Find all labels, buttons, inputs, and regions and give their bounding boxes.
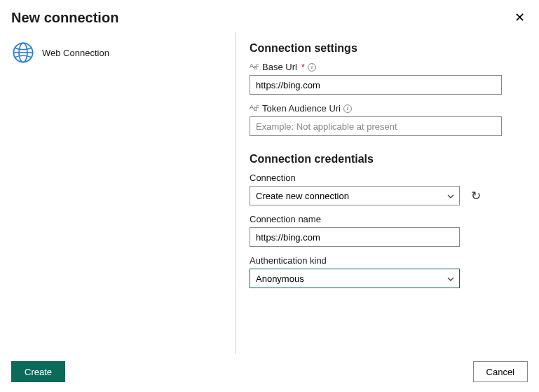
- cancel-button[interactable]: Cancel: [473, 361, 528, 382]
- close-button[interactable]: ✕: [512, 8, 528, 27]
- svg-text:C: C: [256, 63, 259, 67]
- auth-kind-select[interactable]: Anonymous: [250, 269, 460, 288]
- token-audience-label: Token Audience Uri: [262, 103, 341, 114]
- info-icon[interactable]: i: [343, 104, 352, 113]
- text-type-icon: ABC: [250, 103, 259, 113]
- base-url-field: ABC Base Url * i: [250, 62, 524, 95]
- auth-kind-field: Authentication kind Anonymous: [250, 255, 524, 288]
- connection-name-label-row: Connection name: [250, 214, 524, 224]
- base-url-label-row: ABC Base Url * i: [250, 62, 524, 72]
- dialog-body: Web Connection Connection settings ABC B…: [0, 32, 539, 354]
- connection-type-pane: Web Connection: [11, 32, 236, 354]
- connection-type-label: Web Connection: [42, 48, 109, 58]
- token-audience-field: ABC Token Audience Uri i: [250, 103, 524, 136]
- close-icon: ✕: [514, 11, 525, 25]
- connection-label-row: Connection: [250, 173, 524, 183]
- new-connection-dialog: New connection ✕ Web Connection Connecti…: [0, 0, 539, 392]
- connection-type-item[interactable]: Web Connection: [11, 38, 226, 67]
- auth-kind-value: Anonymous: [256, 273, 304, 284]
- dialog-title: New connection: [11, 10, 118, 26]
- connection-label: Connection: [250, 173, 296, 183]
- connection-field: Connection Create new connection ↻: [250, 173, 524, 205]
- connection-select-value: Create new connection: [256, 191, 349, 201]
- info-icon[interactable]: i: [308, 63, 316, 72]
- svg-text:C: C: [256, 104, 259, 109]
- connection-select[interactable]: Create new connection: [250, 186, 460, 205]
- dialog-footer: Create Cancel: [0, 354, 539, 392]
- settings-heading: Connection settings: [250, 42, 524, 55]
- connection-name-label: Connection name: [250, 214, 321, 224]
- connection-select-wrap: Create new connection: [250, 186, 460, 205]
- dialog-header: New connection ✕: [0, 0, 539, 32]
- connection-select-row: Create new connection ↻: [250, 186, 524, 205]
- base-url-input[interactable]: [250, 75, 502, 95]
- auth-select-wrap: Anonymous: [250, 269, 460, 288]
- connection-name-field: Connection name: [250, 214, 524, 247]
- create-button[interactable]: Create: [11, 361, 65, 382]
- auth-kind-label: Authentication kind: [250, 255, 327, 266]
- base-url-label: Base Url: [262, 62, 297, 72]
- auth-kind-label-row: Authentication kind: [250, 255, 524, 266]
- required-asterisk: *: [301, 62, 305, 72]
- refresh-button[interactable]: ↻: [468, 188, 484, 203]
- token-audience-label-row: ABC Token Audience Uri i: [250, 103, 524, 114]
- globe-icon: [11, 41, 35, 65]
- token-audience-input[interactable]: [250, 116, 502, 136]
- settings-pane: Connection settings ABC Base Url * i ABC: [236, 32, 528, 354]
- connection-name-input[interactable]: [250, 227, 460, 247]
- refresh-icon: ↻: [471, 189, 481, 203]
- credentials-heading: Connection credentials: [250, 153, 524, 165]
- text-type-icon: ABC: [250, 62, 259, 72]
